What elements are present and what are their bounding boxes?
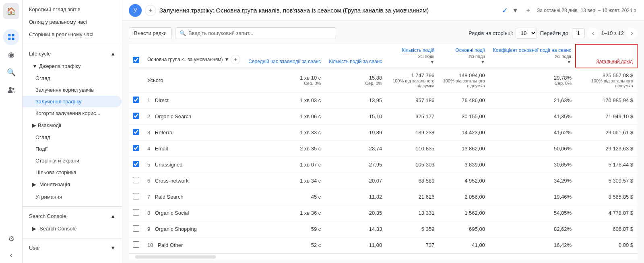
row-events-per-session: 19,89 (325, 125, 386, 141)
row-checkbox[interactable] (133, 177, 139, 183)
row-checkbox[interactable] (133, 97, 139, 103)
row-name: 4 Email (143, 141, 244, 157)
row-checkbox[interactable] (133, 129, 139, 135)
nav-item-reports-overview[interactable]: Короткий огляд звітів (23, 3, 122, 16)
event-count-filter-icon[interactable]: ▼ (430, 60, 434, 64)
svg-point-4 (9, 87, 12, 90)
total-key-events: 148 094,00 100% від загального підсумка (438, 68, 489, 92)
nav-landing-page[interactable]: Цільова сторінка (23, 166, 122, 178)
row-index: 5 (147, 162, 150, 168)
realtime-icon[interactable]: ◉ (3, 47, 19, 63)
row-index: 10 (147, 242, 153, 248)
row-avg-time: 1 хв 07 с (244, 157, 325, 173)
row-checkbox-cell (129, 237, 143, 253)
horizontal-scrollbar[interactable] (135, 255, 216, 259)
nav-search-console-header[interactable]: Search Console ▲ (23, 210, 122, 222)
row-index: 6 (147, 178, 150, 184)
nav-item-realtime-pages[interactable]: Сторінки в реальному часі (23, 28, 122, 41)
row-index: 9 (147, 226, 150, 232)
nav-item-realtime-overview[interactable]: Огляд у реальному часі (23, 16, 122, 28)
title-dropdown-icon[interactable]: ▼ (510, 5, 521, 16)
header-revenue[interactable]: Загальний дохід (576, 44, 637, 68)
row-key-events: 1 562,00 (438, 205, 489, 221)
key-event-rate-filter-icon[interactable]: ▼ (567, 60, 571, 64)
nav-traffic-overview[interactable]: Огляд (23, 72, 122, 84)
nav-panel: Короткий огляд звітів Огляд у реальному … (23, 0, 122, 263)
nav-retention[interactable]: Утримання (23, 191, 122, 203)
nav-interactions-overview[interactable]: Огляд (23, 132, 122, 143)
rows-per-page-select[interactable]: 10 25 50 (516, 28, 537, 39)
row-checkbox[interactable] (133, 241, 139, 248)
nav-search-console-item[interactable]: ▶ Search Console (23, 222, 122, 235)
nav-monetization[interactable]: ▶ Монетизація (23, 178, 122, 191)
row-event-count: 13 331 (386, 205, 438, 221)
row-revenue: 29 123,63 $ (576, 141, 637, 157)
settings-icon[interactable]: ⚙ (3, 231, 19, 247)
row-event-count: 957 186 (386, 92, 438, 109)
reports-icon[interactable] (3, 29, 19, 45)
key-events-filter-icon[interactable]: ▼ (481, 60, 485, 64)
row-checkbox[interactable] (133, 145, 139, 151)
row-checkbox[interactable] (133, 209, 139, 216)
row-name: 2 Organic Search (143, 109, 244, 125)
nav-divider-2 (23, 206, 122, 207)
row-avg-time: 2 хв 35 с (244, 141, 325, 157)
row-checkbox-cell (129, 141, 143, 157)
row-checkbox[interactable] (133, 113, 139, 119)
nav-traffic-sources-header[interactable]: ▼ Джерела трафіку (23, 60, 122, 72)
header-events-per-session[interactable]: Кількість подій за сеанс (325, 44, 386, 68)
home-icon[interactable]: 🏠 (3, 3, 19, 19)
table-header: Основна група к...за умовчанням) ▼ + Сер… (129, 44, 637, 68)
collapse-icon[interactable]: ‹ (3, 247, 19, 263)
import-button[interactable]: Внести рядки (129, 27, 172, 39)
goto-input[interactable] (572, 28, 585, 38)
table-row: 6 Cross-network 1 хв 34 с 20,07 68 589 4… (129, 173, 637, 189)
nav-traffic-acquisition[interactable]: Залучення трафіку (23, 96, 122, 107)
nav-pages-screens[interactable]: Сторінки й екрани (23, 155, 122, 166)
row-name: 7 Paid Search (143, 189, 244, 205)
date-range[interactable]: За останні 28 днів 13 вер. – 10 жовт. 20… (537, 8, 638, 13)
nav-cohorts[interactable]: Когорти залучення корис... (23, 107, 122, 119)
add-dimension-button[interactable]: + (231, 55, 240, 64)
nav-divider (23, 44, 122, 44)
row-events-per-session: 27,95 (325, 157, 386, 173)
audience-icon[interactable] (3, 82, 19, 98)
table-area: Внести рядки 🔍 Рядків на сторінці: 10 25… (122, 21, 644, 263)
title-add-icon[interactable]: + (522, 5, 534, 16)
nav-lifecycle-header[interactable]: Life cycle ▲ (23, 47, 122, 60)
row-key-events: 695,00 (438, 221, 489, 237)
row-key-events: 3 839,00 (438, 157, 489, 173)
add-tab-button[interactable]: + (145, 5, 156, 16)
row-name: 10 Paid Other (143, 237, 244, 253)
row-avg-time: 52 с (244, 237, 325, 253)
page-title: Залучення трафіку: Основна група каналів… (159, 7, 499, 14)
user-avatar[interactable]: У (129, 4, 142, 17)
row-key-event-rate: 30,65% (489, 157, 576, 173)
row-revenue: 8 565,85 $ (576, 189, 637, 205)
search-console-icon[interactable]: 🔍 (3, 64, 19, 80)
header-dimension[interactable]: Основна група к...за умовчанням) ▼ + (143, 44, 244, 68)
nav-divider-3 (23, 238, 122, 238)
prev-page-button[interactable]: ‹ (587, 28, 599, 39)
row-checkbox[interactable] (133, 193, 139, 199)
table-row: 4 Email 2 хв 35 с 28,74 110 835 13 862,0… (129, 141, 637, 157)
search-box[interactable]: 🔍 (175, 27, 336, 39)
header-key-events[interactable]: Основні події Усі події ▼ (438, 44, 489, 68)
header-event-count[interactable]: Кількість подій Усі події ▼ (386, 44, 438, 68)
header-avg-time[interactable]: Середній час взаємодії за сеанс (244, 44, 325, 68)
row-checkbox[interactable] (133, 225, 139, 232)
row-checkbox-cell (129, 125, 143, 141)
search-input[interactable] (188, 30, 332, 36)
row-event-count: 5 359 (386, 221, 438, 237)
nav-user-header[interactable]: User ▼ (23, 242, 122, 254)
nav-interactions-header[interactable]: ▶ Взаємодії (23, 119, 122, 132)
svg-point-5 (12, 88, 14, 90)
nav-user-acquisition[interactable]: Залучення користувачів (23, 84, 122, 96)
nav-events[interactable]: Події (23, 143, 122, 155)
row-checkbox[interactable] (133, 161, 139, 167)
header-key-event-rate[interactable]: Коефіцієнт основної події на сеанс Усі п… (489, 44, 576, 68)
table-row: 1 Direct 1 хв 03 с 13,95 957 186 76 486,… (129, 92, 637, 109)
next-page-button[interactable]: › (626, 28, 638, 39)
select-all-checkbox[interactable] (133, 57, 139, 63)
total-event-count: 1 747 796 100% від загального підсумка (386, 68, 438, 92)
